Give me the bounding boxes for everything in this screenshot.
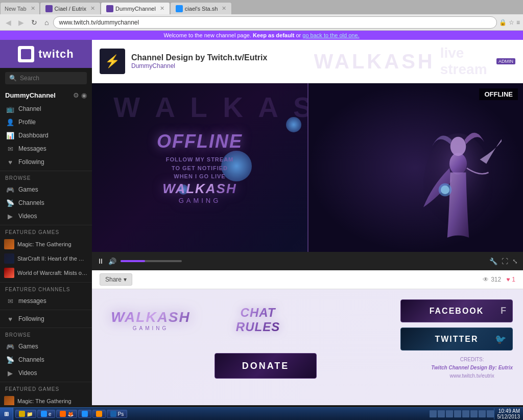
featured-game-mtg[interactable]: Magic: The Gathering [0, 237, 92, 251]
address-text: www.twitch.tv/dummychannel [59, 19, 491, 26]
info-bar: Welcome to the new channel page. Keep as… [0, 31, 523, 40]
sidebar-item-videos2[interactable]: ▶ Videos [0, 366, 92, 380]
twitch-logo[interactable]: twitch [0, 40, 92, 68]
following-heart-icon: ♥ [6, 158, 14, 166]
video-inner[interactable]: W A L K A S H livestream OFFLINE FOLLOW … [92, 83, 523, 252]
sidebar-item-games[interactable]: 🎮 Games [0, 183, 92, 196]
credits-line2: Twitch Channel Design By: Eutrix [431, 364, 513, 372]
sidebar-item-channel[interactable]: 📺 Channel [0, 102, 92, 115]
sys-icon-8 [487, 410, 494, 417]
messages-label: Messages [18, 145, 46, 152]
forward-button[interactable]: ▶ [16, 17, 27, 28]
keep-default-link[interactable]: Keep as default [253, 32, 294, 38]
featured-games-header2: FEATURED GAMES [0, 384, 92, 394]
sidebar-item-games2[interactable]: 🎮 Games [0, 340, 92, 353]
channel-name-link[interactable]: DummyChannel [131, 62, 314, 69]
sidebar-item-following[interactable]: ♥ Following [0, 155, 92, 169]
settings-icon[interactable]: ⚙ [73, 91, 79, 99]
broadcast-icon[interactable]: ◉ [81, 91, 87, 99]
videos-icon: ▶ [6, 212, 14, 220]
tab-staish[interactable]: ciael's Sta.sh ✕ [170, 2, 232, 14]
games-label: Games [18, 186, 38, 193]
dashboard-icon: 📊 [6, 131, 14, 139]
walkash-gaming-img: WALKASH GAMING [102, 299, 199, 340]
chat-rules-img: CHATRULES [215, 299, 301, 340]
sys-icon-7 [479, 410, 486, 417]
expand-icon[interactable]: ⤡ [512, 258, 518, 265]
sidebar-item-channels[interactable]: 📡 Channels [0, 196, 92, 209]
home-button[interactable]: ⌂ [42, 17, 51, 28]
sidebar-item-channels2[interactable]: 📡 Channels [0, 353, 92, 366]
menu-icon[interactable]: ≡ [516, 19, 520, 26]
svg-point-2 [450, 137, 466, 156]
taskbar-item-media[interactable] [78, 410, 91, 418]
sys-icon-1 [430, 410, 437, 417]
heart-icon: ♥ [506, 276, 510, 283]
controls-right: 🔧 ⛶ ⤡ [489, 258, 518, 265]
reload-button[interactable]: ↻ [29, 17, 40, 28]
wow-label: World of Warcraft: Mists of Pandaria [17, 270, 88, 276]
walkash-main-text: WALKASH [111, 309, 191, 325]
wrench-icon[interactable]: 🔧 [489, 258, 497, 265]
featured-game-mtg2[interactable]: Magic: The Gathering [0, 394, 92, 405]
sidebar-item-following2[interactable]: ♥ Following [0, 312, 92, 325]
twitter-bird-icon: 🐦 [495, 334, 507, 345]
taskbar-item-explorer[interactable]: 📁 [15, 410, 36, 418]
featured-game-wow[interactable]: World of Warcraft: Mists of Pandaria [0, 266, 92, 280]
sys-icon-6 [470, 410, 478, 417]
sidebar-item-messages[interactable]: ✉ Messages [0, 142, 92, 155]
mtg2-label: Magic: The Gathering [17, 398, 72, 404]
games-icon: 🎮 [6, 185, 14, 194]
chat-rules-text: CHATRULES [236, 306, 280, 334]
facebook-icon: f [501, 306, 507, 316]
donate-button[interactable]: DONATE [215, 353, 317, 379]
fullscreen-icon[interactable]: ⛶ [502, 258, 508, 265]
tab-ciael[interactable]: Ciael / Eutrix ✕ [40, 2, 101, 14]
volume-bar[interactable] [121, 260, 182, 262]
taskbar-item-firefox[interactable]: 🦊 [56, 410, 77, 418]
taskbar-item-vlc[interactable] [92, 410, 106, 418]
play-pause-button[interactable]: ⏸ [97, 257, 104, 265]
featured-game-sc2[interactable]: StarCraft II: Heart of the Swarm [0, 251, 92, 266]
media-icon [82, 411, 88, 417]
divider-4 [0, 310, 92, 310]
nav-bar: ◀ ▶ ↻ ⌂ www.twitch.tv/dummychannel 🔒 ☆ ≡ [0, 14, 523, 31]
credits-text: CREDITS: Twitch Channel Design By: Eutri… [431, 356, 513, 380]
share-button[interactable]: Share ▾ [100, 273, 132, 286]
star-icon[interactable]: ☆ [509, 19, 514, 26]
taskbar-clock: 10:49 AM 5/12/2013 [494, 408, 524, 419]
volume-icon: 🔊 [108, 258, 116, 265]
sidebar-item-profile[interactable]: 👤 Profile [0, 115, 92, 129]
facebook-button[interactable]: FACEBOOK f [400, 299, 513, 322]
channel-header: ⚡ Channel Design by Twitch.tv/Eutrix Dum… [92, 40, 523, 83]
featured-channels-header: FEATURED CHANNELS [0, 285, 92, 294]
games2-label: Games [18, 343, 38, 350]
security-icon: 🔒 [499, 19, 507, 26]
svg-point-4 [441, 185, 449, 194]
taskbar-item-ie[interactable]: e [37, 410, 55, 418]
channels2-icon: 📡 [6, 356, 14, 364]
search-input[interactable] [20, 75, 83, 82]
sidebar-item-dashboard[interactable]: 📊 Dashboard [0, 129, 92, 142]
taskbar: ⊞ 📁 e 🦊 Ps [0, 407, 523, 420]
view-count-value: 312 [491, 276, 501, 283]
tab-dummychannel[interactable]: DummyChannel ✕ [101, 2, 170, 14]
share-chevron-icon: ▾ [124, 276, 127, 283]
taskbar-item-photoshop[interactable]: Ps [107, 410, 128, 418]
header-bg-text: WALKASH [314, 50, 435, 73]
sys-icon-5 [462, 410, 469, 417]
twitter-button[interactable]: TWITTER 🐦 [400, 328, 513, 351]
sidebar-user-icons: ⚙ ◉ [73, 91, 87, 99]
sidebar-item-messages2[interactable]: ✉ messages [0, 294, 92, 308]
go-back-link[interactable]: go back to the old one. [302, 32, 359, 38]
address-bar[interactable]: www.twitch.tv/dummychannel [53, 16, 497, 29]
credits-line3: www.twitch.tv/eutrix [431, 372, 513, 380]
channel-label: Channel [18, 105, 41, 112]
search-input-wrapper[interactable]: 🔍 [5, 72, 87, 84]
back-button[interactable]: ◀ [3, 17, 14, 28]
info-or: or [296, 32, 302, 38]
start-button[interactable]: ⊞ [0, 408, 13, 420]
sidebar-item-videos[interactable]: ▶ Videos [0, 209, 92, 223]
tab-newtab[interactable]: New Tab ✕ [0, 2, 40, 14]
taskbar-time-display: 10:49 AM 5/12/2013 [497, 408, 520, 419]
